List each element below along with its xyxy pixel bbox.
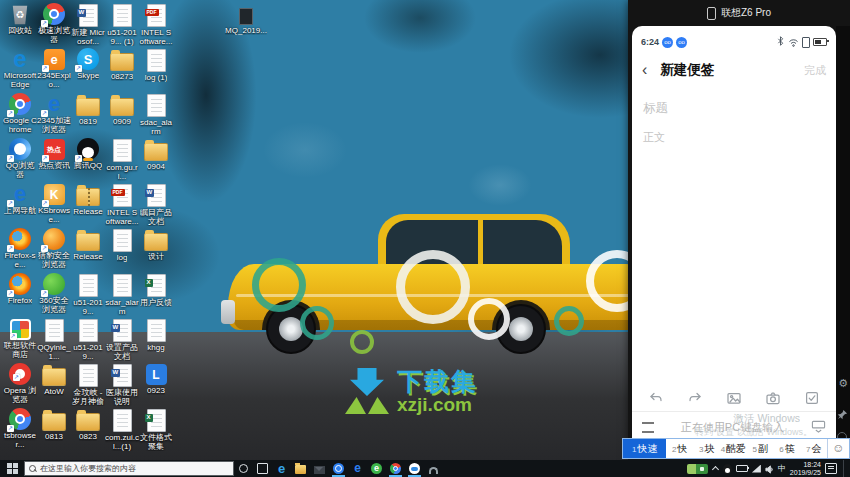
back-button[interactable]: ‹ bbox=[642, 63, 647, 77]
desktop-icon-16[interactable]: 热点资讯 bbox=[37, 138, 71, 183]
desktop-icon-26[interactable]: 猎豹安全浏览器 bbox=[37, 228, 71, 273]
desktop-icon-19[interactable]: 0904 bbox=[139, 138, 173, 183]
ime-candidate-4[interactable]: 4酷爱 bbox=[720, 439, 747, 458]
ime-language-indicator[interactable]: 中 bbox=[778, 465, 786, 473]
ime-candidate-3[interactable]: 3块 bbox=[693, 439, 720, 458]
desktop-icon-45[interactable]: tsbrowser... bbox=[3, 408, 37, 453]
desktop-icon-48[interactable]: com.zui.cl...(1) bbox=[105, 408, 139, 453]
desktop-icon-0[interactable]: 回收站 bbox=[3, 3, 37, 48]
taskbar-mail-button[interactable] bbox=[310, 460, 329, 477]
done-button[interactable]: 完成 bbox=[804, 63, 826, 78]
show-desktop-button[interactable] bbox=[843, 460, 847, 477]
desktop-icon-32[interactable]: u51-2019... bbox=[71, 273, 105, 318]
desktop-icon-39[interactable]: khgg bbox=[139, 318, 173, 363]
volume-tray-icon[interactable] bbox=[765, 460, 774, 477]
ime-candidate-7[interactable]: 7会 bbox=[800, 439, 827, 458]
desktop-icon-3[interactable]: u51-2019... (1) bbox=[105, 3, 139, 48]
task-view-button[interactable] bbox=[253, 460, 272, 477]
desktop-icon-34[interactable]: 用户反馈 bbox=[139, 273, 173, 318]
desktop-icon-17[interactable]: 腾讯QQ bbox=[71, 138, 105, 183]
desktop-icon-15[interactable]: QQ浏览器 bbox=[3, 138, 37, 183]
desktop-icon-38[interactable]: 设置产品文档 bbox=[105, 318, 139, 363]
desktop-icon-33[interactable]: sdar_alarm bbox=[105, 273, 139, 318]
start-button[interactable] bbox=[0, 460, 24, 477]
qq-tray-icon[interactable] bbox=[723, 464, 732, 474]
taskbar-clockapp-button[interactable] bbox=[329, 460, 348, 477]
desktop-icon-1[interactable]: 极速浏览器 bbox=[37, 3, 71, 48]
taskbar-chrome-button[interactable] bbox=[386, 460, 405, 477]
desktop-icon-12[interactable]: 0819 bbox=[71, 93, 105, 138]
worddoc-icon bbox=[79, 4, 98, 27]
desktop-icon-14[interactable]: sdac_alarm bbox=[139, 93, 173, 138]
show-hidden-icons-button[interactable] bbox=[712, 465, 719, 472]
desktop-icon-46[interactable]: 0813 bbox=[37, 408, 71, 453]
taskbar-qqcloud-button[interactable] bbox=[405, 460, 424, 477]
desktop-icon-9[interactable]: log (1) bbox=[139, 48, 173, 93]
desktop-icon-41[interactable]: AtoW bbox=[37, 363, 71, 408]
redo-icon[interactable] bbox=[687, 390, 703, 406]
undo-icon[interactable] bbox=[648, 390, 664, 406]
status-time: 6:24 bbox=[641, 37, 659, 47]
desktop-icon-2[interactable]: 新建 Microsof... bbox=[71, 3, 105, 48]
phone-window-titlebar[interactable]: 联想Z6 Pro bbox=[628, 0, 850, 26]
ime-menu-icon[interactable] bbox=[642, 422, 654, 433]
gear-icon[interactable] bbox=[838, 378, 848, 389]
taskbar-folder-button[interactable] bbox=[291, 460, 310, 477]
folder-icon bbox=[110, 98, 134, 116]
camera-icon[interactable] bbox=[765, 390, 781, 406]
pin-icon[interactable] bbox=[837, 406, 848, 417]
desktop-icon-4[interactable]: INTEL Software... bbox=[139, 3, 173, 48]
desktop-icon-40[interactable]: Opera 浏览器 bbox=[3, 363, 37, 408]
ime-candidate-6[interactable]: 6筷 bbox=[774, 439, 801, 458]
taskbar-egreen-button[interactable] bbox=[367, 460, 386, 477]
ime-candidate-1[interactable]: 1快速 bbox=[623, 439, 666, 458]
desktop-icon-49[interactable]: 文件格式聚集 bbox=[139, 408, 173, 453]
taskbar-esmall-button[interactable] bbox=[348, 460, 367, 477]
network-tray-icon[interactable] bbox=[752, 465, 761, 473]
ime-candidate-5[interactable]: 5副 bbox=[747, 439, 774, 458]
desktop-icon-10[interactable]: Google Chrome bbox=[3, 93, 37, 138]
note-title-input[interactable]: 标题 bbox=[643, 100, 836, 117]
taskbar-edge-button[interactable] bbox=[272, 460, 291, 477]
checkbox-icon[interactable] bbox=[804, 390, 820, 406]
desktop-icon-21[interactable]: KSbrowse... bbox=[37, 183, 71, 228]
desktop-icon-8[interactable]: 08273 bbox=[105, 48, 139, 93]
desktop-icon-42[interactable]: 金玟岐 - 岁月神偷(1)(... bbox=[71, 363, 105, 408]
desktop-icon-37[interactable]: u51-2019... bbox=[71, 318, 105, 363]
desktop-icon-25[interactable]: Firefox-se... bbox=[3, 228, 37, 273]
desktop-icon-31[interactable]: 360安全浏览器 bbox=[37, 273, 71, 318]
note-body-input[interactable]: 正文 bbox=[643, 130, 836, 145]
action-center-button[interactable] bbox=[825, 463, 837, 474]
desktop-icon-23[interactable]: INTEL Software... bbox=[105, 183, 139, 228]
desktop-icon-36[interactable]: QQyinle_1... bbox=[37, 318, 71, 363]
taskbar-clock[interactable]: 18:24 2019/9/25 bbox=[790, 461, 821, 476]
desktop-icon-27[interactable]: Release bbox=[71, 228, 105, 273]
taskbar-search-input[interactable]: 在这里输入你要搜索的内容 bbox=[24, 461, 234, 476]
desktop-icon-43[interactable]: 医康使用说明 bbox=[105, 363, 139, 408]
ime-skin-badge-icon[interactable] bbox=[687, 464, 708, 474]
desktop-icon-44[interactable]: 0923 bbox=[139, 363, 173, 408]
hide-keyboard-icon[interactable] bbox=[811, 420, 826, 434]
desktop-icon-35[interactable]: 联想软件商店 bbox=[3, 318, 37, 363]
desktop-icon-28[interactable]: log bbox=[105, 228, 139, 273]
desktop-icon-47[interactable]: 0823 bbox=[71, 408, 105, 453]
desktop-icon-11[interactable]: 2345加速浏览器 bbox=[37, 93, 71, 138]
desktop-icon-13[interactable]: 0909 bbox=[105, 93, 139, 138]
desktop-icon-5[interactable]: Microsoft Edge bbox=[3, 48, 37, 93]
battery-tray-icon[interactable] bbox=[736, 465, 748, 472]
desktop-icon-6[interactable]: 2345Explo... bbox=[37, 48, 71, 93]
emoji-button[interactable]: ☺ bbox=[827, 439, 849, 458]
desktop-icon-7[interactable]: Skype bbox=[71, 48, 105, 93]
desktop-icon-20[interactable]: 上网导航 bbox=[3, 183, 37, 228]
desktop-icon-30[interactable]: Firefox bbox=[3, 273, 37, 318]
ime-candidate-2[interactable]: 2快 bbox=[666, 439, 693, 458]
cortana-button[interactable] bbox=[234, 460, 253, 477]
taskbar-headset-button[interactable] bbox=[424, 460, 443, 477]
image-icon[interactable] bbox=[726, 390, 742, 406]
desktop-icon-29[interactable]: 设计 bbox=[139, 228, 173, 273]
desktop-icon-18[interactable]: com.gu.rl... bbox=[105, 138, 139, 183]
desktop-icon-stray[interactable]: MQ_2019... bbox=[224, 4, 268, 35]
desktop-icon-24[interactable]: 瞩目产品文档 bbox=[139, 183, 173, 228]
desktop-icon-label: INTEL Software... bbox=[139, 28, 173, 46]
desktop-icon-22[interactable]: Release bbox=[71, 183, 105, 228]
